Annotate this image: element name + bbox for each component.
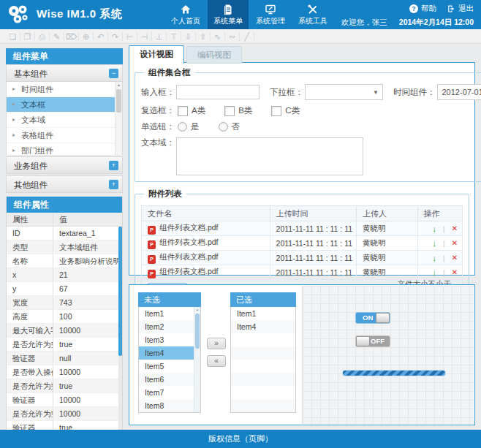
move-right-button[interactable]: » [207,338,226,349]
checkbox-b[interactable] [224,106,235,116]
scrollbar-thumb[interactable] [118,227,122,356]
list-item[interactable]: Item7 [139,386,200,399]
radio-yes[interactable] [178,122,187,132]
align-right-icon[interactable]: ⊣ [137,31,152,42]
toggle-off-switch[interactable]: OFF [355,335,390,347]
list-item[interactable]: Item3 [139,333,200,346]
list-scrollbar[interactable]: ▲ [194,307,200,412]
unselected-list-body: Item1 Item2 Item3 Item4 Item5 Item6 Item… [138,307,201,413]
nav-label: 个人首页 [171,16,200,26]
checkbox-a[interactable] [178,106,188,116]
download-icon[interactable]: ↓ [433,224,437,233]
download-icon[interactable]: ↓ [433,268,437,277]
toggle-on-switch[interactable]: ON [355,312,390,324]
tab-design-view[interactable]: 设计视图 [129,45,184,64]
nav-personal-home[interactable]: 个人首页 [165,0,206,29]
logo-icon [6,2,31,26]
publish-icon[interactable]: ⊕ [79,31,94,42]
align-left-icon[interactable]: ⊢ [123,31,137,42]
align-bottom-icon[interactable]: ⊥ [152,31,167,42]
sidebar-item-time-component[interactable]: ▸ 时间组件 [7,82,122,97]
list-item-empty [231,346,295,360]
toggle-knob[interactable] [376,313,390,323]
accordion-business-components[interactable]: 业务组件 + [6,156,123,174]
nav-system-menu[interactable]: 系统菜单 [208,0,249,29]
logout-link[interactable]: 退出 [447,4,474,14]
list-item-empty [231,386,295,399]
wave-icon[interactable]: ∾ [225,31,240,42]
scrollbar-thumb[interactable] [116,89,121,113]
sidebar-item-textarea[interactable]: ▸ 文本域 [7,113,122,128]
properties-scrollbar[interactable] [118,227,122,435]
sidebar-item-textbox[interactable]: ▸ 文本框 [7,97,122,113]
nav-system-management[interactable]: 系统管理 [250,0,291,29]
property-row: 最大可输入字符数10000 [7,324,122,338]
new-file-icon[interactable]: ❏ [6,31,20,42]
delete-icon[interactable]: ✕ [452,254,458,262]
toggle-knob[interactable] [356,336,370,346]
expand-icon[interactable]: + [109,180,118,189]
align-top-icon[interactable]: ⊤ [167,31,181,42]
collapse-icon[interactable]: − [109,69,118,78]
sidebar-scrollbar[interactable]: ▲ [115,82,122,155]
list-item[interactable]: Item8 [139,399,200,412]
list-item[interactable]: Item4 [231,320,295,333]
export-file-icon[interactable]: ⇧ [196,31,211,42]
edit-icon[interactable]: ✎ [50,31,64,42]
scrollbar-thumb[interactable] [195,314,200,349]
divider: | [443,239,445,248]
home-icon [180,4,192,15]
caret-icon: ▸ [12,82,15,96]
property-row: 验证器10000 [7,393,122,407]
redo-icon[interactable]: ↷ [108,31,123,42]
scroll-up-icon[interactable]: ▲ [115,82,122,88]
selected-list-body: Item1 Item4 [230,307,296,413]
delete-icon[interactable]: ✕ [452,268,458,276]
striped-progress-bar [343,371,445,376]
text-input[interactable] [176,85,260,99]
textarea-field[interactable] [176,137,363,175]
property-row: 类型文本域组件 [7,240,122,254]
list-item[interactable]: Item1 [231,307,295,320]
accordion-basic-components[interactable]: 基本组件 − [6,64,123,82]
dropdown-select[interactable]: ▼ [305,84,383,100]
prop-name: 是否允许为空 [7,338,53,351]
download-icon[interactable]: ↓ [433,254,437,262]
nav-system-tools[interactable]: 系统工具 [292,0,333,29]
list-item[interactable]: Item1 [139,307,200,320]
accordion-label: 其他组件 [14,181,48,189]
caret-icon: ▸ [12,143,15,155]
monitor-icon [265,4,276,15]
list-item-selected[interactable]: Item4 [139,346,200,360]
curve-icon[interactable]: ∿ [211,31,225,42]
undo-icon[interactable]: ↶ [94,31,108,42]
sidebar-item-table-component[interactable]: ▸ 表格组件 [7,128,122,143]
list-item[interactable]: Item5 [139,360,200,373]
textarea-label: 文本域： [141,137,175,148]
checkbox-c[interactable] [271,106,281,116]
draw-line-icon[interactable]: ╱ [240,31,254,42]
list-item[interactable]: Item6 [139,373,200,386]
help-link[interactable]: ? 帮助 [409,4,436,14]
open-folder-icon[interactable]: ❐ [20,31,35,42]
delete-icon[interactable]: ✕ [452,239,458,247]
download-icon[interactable]: ↓ [433,239,437,248]
expand-icon[interactable]: + [109,161,118,170]
sidebar-item-department-component[interactable]: ▸ 部门组件 [7,143,122,155]
prop-name: 验证器 [7,393,53,406]
delete-icon[interactable]: ⌦ [64,31,79,42]
accordion-other-components[interactable]: 其他组件 + [6,175,123,193]
save-icon[interactable]: ⎙ [35,31,50,42]
item-label: 部门组件 [21,146,53,155]
logout-label: 退出 [458,4,474,14]
import-file-icon[interactable]: ⇩ [181,31,196,42]
scroll-up-icon[interactable]: ▲ [194,307,200,313]
brand: Wise IM1.0 系统 [6,2,122,26]
file-name: 组件列表文档.pdf [159,238,219,246]
date-picker[interactable]: 2012-07-01 ▦ [437,84,481,100]
delete-icon[interactable]: ✕ [452,224,458,232]
list-item[interactable]: Item2 [139,320,200,333]
tab-code-view[interactable]: 编码视图 [186,46,242,64]
radio-no[interactable] [219,122,228,132]
move-left-button[interactable]: « [207,355,226,367]
